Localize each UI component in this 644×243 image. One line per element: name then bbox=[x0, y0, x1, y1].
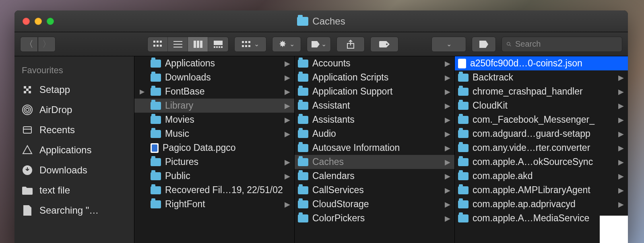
file-row[interactable]: RightFont▶ bbox=[134, 197, 294, 211]
file-row[interactable]: chrome_crashpad_handler▶ bbox=[455, 84, 628, 99]
sidebar-item-text-file[interactable]: text file bbox=[14, 180, 134, 200]
svg-rect-29 bbox=[24, 91, 26, 93]
svg-rect-14 bbox=[216, 46, 218, 48]
folder-icon bbox=[458, 130, 469, 138]
file-row[interactable]: Assistants▶ bbox=[295, 113, 454, 127]
file-row[interactable]: Caches▶ bbox=[295, 155, 454, 169]
search-field[interactable] bbox=[502, 37, 622, 52]
file-row[interactable]: Pictures▶ bbox=[134, 155, 294, 169]
file-row[interactable]: Music▶ bbox=[134, 127, 294, 141]
file-row[interactable]: a250fc900d…0-coins2.json bbox=[455, 56, 628, 70]
action-menu-button[interactable]: ✸ ⌄ bbox=[272, 37, 301, 52]
file-row[interactable]: Pagico Data.pgco bbox=[134, 141, 294, 155]
chevron-right-icon: ▶ bbox=[618, 101, 624, 110]
toolbar: 〈 〉 ⌄ ✸ ⌄ ⌄ bbox=[14, 32, 628, 56]
file-row[interactable]: com._Facebook_Messenger_▶ bbox=[455, 113, 628, 127]
svg-rect-21 bbox=[245, 45, 247, 47]
chevron-right-icon: ▶ bbox=[285, 73, 290, 82]
file-row[interactable]: Application Scripts▶ bbox=[295, 70, 454, 84]
file-name: Backtrack bbox=[473, 72, 614, 83]
svg-rect-15 bbox=[219, 46, 220, 48]
column-1: Accounts▶Application Scripts▶Application… bbox=[295, 56, 455, 243]
folder-icon bbox=[298, 158, 308, 166]
file-row[interactable]: com.adguard…guard-setapp▶ bbox=[455, 127, 628, 141]
icon-view-button[interactable] bbox=[148, 37, 168, 51]
sidebar-item-label: Searching "… bbox=[39, 205, 127, 216]
sidebar-item-downloads[interactable]: Downloads bbox=[14, 160, 134, 180]
file-row[interactable]: Autosave Information▶ bbox=[295, 141, 454, 155]
folder-icon bbox=[151, 186, 161, 194]
file-row[interactable]: Calendars▶ bbox=[295, 169, 454, 183]
preview-toggle-button[interactable] bbox=[472, 37, 496, 52]
item-menu-button[interactable]: ⌄ bbox=[307, 37, 331, 52]
file-row[interactable]: com.apple.A…okSourceSync▶ bbox=[455, 155, 628, 169]
chevron-right-icon: ▶ bbox=[285, 158, 290, 167]
forward-button[interactable]: 〉 bbox=[38, 37, 56, 52]
airdrop-icon bbox=[22, 105, 33, 115]
download-icon bbox=[22, 165, 33, 175]
chevron-right-icon: ▶ bbox=[445, 87, 450, 96]
file-name: Music bbox=[165, 128, 281, 139]
file-row[interactable]: Movies▶ bbox=[134, 113, 294, 127]
group-by-button[interactable]: ⌄ bbox=[234, 37, 266, 52]
sidebar-item-searching-[interactable]: Searching "… bbox=[14, 200, 134, 220]
sidebar-item-recents[interactable]: Recents bbox=[14, 120, 134, 140]
file-row[interactable]: CallServices▶ bbox=[295, 183, 454, 197]
share-button[interactable] bbox=[336, 37, 365, 52]
file-row[interactable]: Backtrack▶ bbox=[455, 70, 628, 84]
file-row[interactable]: Application Support▶ bbox=[295, 84, 454, 99]
file-row[interactable]: Library▶ bbox=[134, 99, 294, 113]
svg-rect-5 bbox=[160, 45, 162, 47]
file-name: CallServices bbox=[312, 185, 441, 196]
file-row[interactable]: CloudKit▶ bbox=[455, 99, 628, 113]
column-view-button[interactable] bbox=[188, 37, 208, 51]
file-row[interactable]: Downloads▶ bbox=[134, 70, 294, 84]
folder-icon bbox=[298, 102, 308, 110]
zoom-window-button[interactable] bbox=[47, 18, 54, 25]
tag-icon bbox=[379, 41, 390, 47]
gallery-view-button[interactable] bbox=[208, 37, 228, 51]
file-row[interactable]: Recovered Fil…19, 22/51/02 bbox=[134, 183, 294, 197]
back-button[interactable]: 〈 bbox=[20, 37, 38, 52]
sidebar-item-setapp[interactable]: Setapp bbox=[14, 80, 134, 100]
file-name: com.apple.A…MediaService bbox=[473, 213, 614, 224]
file-row[interactable]: Public▶ bbox=[134, 169, 294, 183]
file-row[interactable]: Accounts▶ bbox=[295, 56, 454, 70]
edit-tags-button[interactable] bbox=[370, 37, 398, 52]
file-row[interactable]: Audio▶ bbox=[295, 127, 454, 141]
search-input[interactable] bbox=[515, 39, 617, 49]
svg-rect-2 bbox=[160, 41, 162, 43]
file-row[interactable]: Assistant▶ bbox=[295, 99, 454, 113]
chevron-down-icon: ⌄ bbox=[254, 40, 259, 48]
file-row[interactable]: Applications▶ bbox=[134, 56, 294, 70]
file-name: CloudStorage bbox=[312, 199, 441, 210]
file-name: com.apple.AMPLibraryAgent bbox=[473, 185, 614, 196]
file-name: com.apple.ap.adprivacyd bbox=[473, 199, 614, 210]
dropdown-button[interactable]: ⌄ bbox=[431, 37, 466, 52]
svg-point-33 bbox=[24, 107, 31, 113]
chevron-right-icon: ▶ bbox=[618, 158, 624, 167]
svg-rect-18 bbox=[245, 41, 247, 43]
sidebar-item-applications[interactable]: Applications bbox=[14, 140, 134, 160]
sidebar-item-airdrop[interactable]: AirDrop bbox=[14, 100, 134, 120]
file-row[interactable]: com.apple.ap.adprivacyd▶ bbox=[455, 197, 628, 211]
file-row[interactable]: ColorPickers▶ bbox=[295, 211, 454, 225]
chevron-right-icon: ▶ bbox=[445, 186, 450, 195]
close-window-button[interactable] bbox=[23, 18, 30, 25]
white-square-artifact bbox=[600, 216, 628, 243]
minimize-window-button[interactable] bbox=[35, 18, 42, 25]
file-row[interactable]: ▶FontBase▶ bbox=[134, 84, 294, 99]
file-row[interactable]: CloudStorage▶ bbox=[295, 197, 454, 211]
content-area: Favourites SetappAirDropRecentsApplicati… bbox=[14, 56, 628, 243]
sidebar-item-label: Applications bbox=[39, 144, 127, 156]
file-row[interactable]: com.apple.akd▶ bbox=[455, 169, 628, 183]
file-name: Application Scripts bbox=[312, 72, 441, 83]
file-name: Public bbox=[165, 171, 281, 181]
chevron-down-icon: ⌄ bbox=[446, 40, 452, 48]
file-row[interactable]: com.any.vide…rter.converter▶ bbox=[455, 141, 628, 155]
svg-point-25 bbox=[507, 42, 510, 45]
list-view-button[interactable] bbox=[168, 37, 188, 51]
file-name: Library bbox=[165, 100, 281, 111]
file-row[interactable]: com.apple.AMPLibraryAgent▶ bbox=[455, 183, 628, 197]
file-name: RightFont bbox=[165, 199, 281, 210]
